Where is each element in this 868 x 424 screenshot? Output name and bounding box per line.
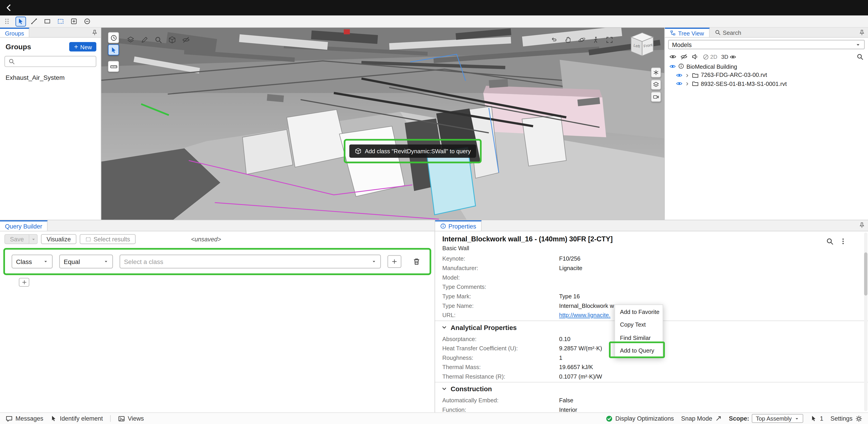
add-rule-button[interactable] <box>19 278 29 286</box>
section-construction[interactable]: Construction <box>435 382 868 395</box>
add-to-selection-button[interactable] <box>69 16 79 26</box>
visualize-button[interactable]: Visualize <box>41 234 76 244</box>
tab-search[interactable]: Search <box>710 28 746 37</box>
visibility-toggle[interactable] <box>669 63 676 70</box>
toggle-3d-button[interactable]: 3D <box>721 53 736 60</box>
delete-rule-button[interactable] <box>412 258 421 266</box>
tree-search-button[interactable] <box>857 53 864 60</box>
sound-button[interactable] <box>691 53 699 60</box>
markup-button[interactable] <box>141 34 148 44</box>
camera-button[interactable] <box>651 92 661 102</box>
groups-panel: Groups Groups New Exhaust_Air_System <box>0 28 101 220</box>
new-group-button[interactable]: New <box>69 42 96 52</box>
expand-toggle[interactable] <box>685 72 690 78</box>
view-cube[interactable]: Left Front <box>628 30 656 61</box>
properties-menu-button[interactable] <box>839 238 847 245</box>
tab-properties[interactable]: Properties <box>435 220 482 231</box>
select-tool-button[interactable] <box>16 16 26 26</box>
element-title: Internal_Blockwork wall_16 - (140mm) 30F… <box>442 235 826 243</box>
context-menu-item-add-to-query[interactable]: Add to Query <box>615 344 663 357</box>
pan-button[interactable] <box>564 34 572 44</box>
tree-root-label: BioMedical Building <box>686 63 737 70</box>
save-query-dropdown-button[interactable] <box>29 234 38 244</box>
tab-tree-view[interactable]: Tree View <box>665 28 710 37</box>
properties-icon <box>440 223 446 229</box>
toggle-2d-button[interactable]: 2D <box>703 53 717 60</box>
context-menu-item-copy-text[interactable]: Copy Text <box>615 318 663 331</box>
hide-button[interactable] <box>182 34 190 44</box>
scope-dropdown[interactable]: Top Assembly <box>752 414 803 423</box>
rectangle-select-tool-button[interactable] <box>42 16 53 26</box>
identify-element-button[interactable]: Identify element <box>51 415 103 422</box>
fit-view-button[interactable] <box>606 34 613 44</box>
undo-view-button[interactable] <box>550 34 558 44</box>
measure-button[interactable] <box>108 61 119 72</box>
tab-query-builder[interactable]: Query Builder <box>0 220 48 231</box>
line-select-tool-button[interactable] <box>29 16 39 26</box>
chat-icon <box>5 415 13 422</box>
drag-handle-icon[interactable] <box>3 18 11 25</box>
eye-icon <box>669 53 677 60</box>
views-button[interactable]: Views <box>118 415 144 422</box>
groups-title: Groups <box>5 43 31 51</box>
info-icon[interactable] <box>678 63 684 69</box>
layers-button[interactable] <box>127 34 134 44</box>
save-query-button[interactable]: Save <box>4 234 29 244</box>
visibility-toggle[interactable] <box>676 71 682 79</box>
hide-all-button[interactable] <box>680 53 688 60</box>
walkthrough-button[interactable] <box>592 34 599 44</box>
chevron-down-icon <box>441 386 447 392</box>
search-icon <box>857 53 864 60</box>
freeze-button[interactable] <box>651 68 661 78</box>
groups-search-input[interactable] <box>17 58 92 65</box>
orbit-button[interactable] <box>578 34 586 44</box>
tab-groups[interactable]: Groups <box>0 28 30 37</box>
model-3d-scene <box>101 28 664 220</box>
rule-operator-dropdown[interactable]: Equal <box>59 255 113 269</box>
rule-value-dropdown[interactable]: Select a class <box>120 255 381 269</box>
messages-button[interactable]: Messages <box>5 415 43 422</box>
pin-icon[interactable] <box>859 221 865 229</box>
groups-search-box[interactable] <box>4 56 96 67</box>
rule-field-dropdown[interactable]: Class <box>11 255 53 269</box>
snap-mode-toggle[interactable]: Snap Mode <box>681 415 721 422</box>
application-window: Groups Groups New Exhaust_Air_System <box>0 0 868 424</box>
settings-button[interactable]: Settings <box>831 415 862 422</box>
eye-off-icon <box>182 36 190 43</box>
visibility-toggle[interactable] <box>676 80 682 87</box>
add-condition-button[interactable] <box>388 255 401 268</box>
properties-search-button[interactable] <box>826 238 834 245</box>
trash-icon <box>412 258 421 266</box>
eye-icon <box>730 53 736 60</box>
history-button[interactable] <box>108 32 119 43</box>
context-menu-item-add-to-favorite[interactable]: Add to Favorite <box>615 305 663 318</box>
remove-from-selection-button[interactable] <box>82 16 92 26</box>
pin-icon[interactable] <box>91 29 98 36</box>
query-builder-panel: Query Builder Save Visualize Select resu… <box>0 220 435 413</box>
section-button[interactable] <box>168 34 176 44</box>
tree-row-model[interactable]: 7263-FDG-ARC-03-00.rvt <box>665 70 868 79</box>
select-results-button[interactable]: Select results <box>80 234 135 244</box>
tree-row-root[interactable]: BioMedical Building <box>665 62 868 70</box>
tree-row-model[interactable]: 8932-SES-01-B1-M3-S1-0001.rvt <box>665 79 868 88</box>
back-button[interactable] <box>4 3 13 12</box>
top-navigation-bar <box>0 0 868 16</box>
group-list-item[interactable]: Exhaust_Air_System <box>0 70 101 85</box>
url-link[interactable]: http://www.lignacite. <box>559 311 610 318</box>
models-dropdown[interactable]: Models <box>668 40 865 49</box>
chevron-down-icon <box>795 416 800 421</box>
display-optimizations-indicator[interactable]: Display Optimizations <box>605 415 674 422</box>
show-all-button[interactable] <box>669 53 677 60</box>
selection-box-icon <box>85 236 91 242</box>
search-icon <box>715 29 721 35</box>
context-menu-item-find-similar[interactable]: Find Similar <box>615 331 663 344</box>
lasso-select-tool-button[interactable] <box>55 16 66 26</box>
select-mode-button[interactable] <box>108 44 119 55</box>
views-layers-button[interactable] <box>651 80 661 90</box>
eye-icon <box>676 81 682 87</box>
expand-toggle[interactable] <box>685 80 690 87</box>
pin-icon[interactable] <box>859 29 865 36</box>
zoom-button[interactable] <box>154 34 162 44</box>
properties-scrollbar-thumb[interactable] <box>864 252 868 296</box>
model-viewport[interactable]: Left Front Add class "RevitDynamic:SWall… <box>101 28 664 220</box>
